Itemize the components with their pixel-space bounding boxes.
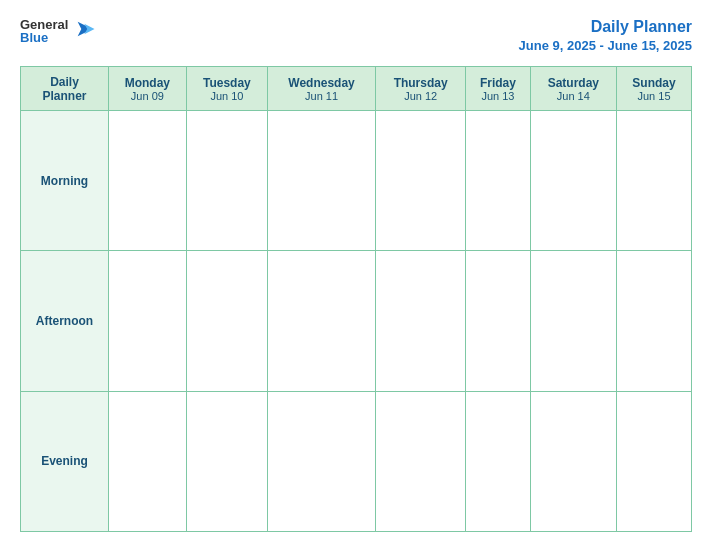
afternoon-tuesday[interactable] [186,251,267,391]
afternoon-thursday[interactable] [376,251,466,391]
morning-sunday[interactable] [617,111,692,251]
col-header-daily-planner: Daily Planner [21,67,109,111]
evening-wednesday[interactable] [268,391,376,531]
logo: General Blue [20,18,96,44]
col-header-thursday: Thursday Jun 12 [376,67,466,111]
evening-row: Evening [21,391,692,531]
morning-tuesday[interactable] [186,111,267,251]
evening-label: Evening [21,391,109,531]
col-header-wednesday: Wednesday Jun 11 [268,67,376,111]
afternoon-row: Afternoon [21,251,692,391]
evening-monday[interactable] [109,391,187,531]
evening-friday[interactable] [466,391,530,531]
morning-wednesday[interactable] [268,111,376,251]
afternoon-label: Afternoon [21,251,109,391]
page-header: General Blue Daily Planner June 9, 2025 … [20,18,692,54]
morning-monday[interactable] [109,111,187,251]
afternoon-wednesday[interactable] [268,251,376,391]
morning-label: Morning [21,111,109,251]
page-title: Daily Planner [591,18,692,35]
morning-friday[interactable] [466,111,530,251]
morning-thursday[interactable] [376,111,466,251]
header-row: Daily Planner Monday Jun 09 Tuesday Jun … [21,67,692,111]
col-header-sunday: Sunday Jun 15 [617,67,692,111]
evening-tuesday[interactable] [186,391,267,531]
afternoon-saturday[interactable] [530,251,616,391]
afternoon-monday[interactable] [109,251,187,391]
evening-thursday[interactable] [376,391,466,531]
col-header-friday: Friday Jun 13 [466,67,530,111]
date-range: June 9, 2025 - June 15, 2025 [519,38,692,53]
evening-sunday[interactable] [617,391,692,531]
col-header-saturday: Saturday Jun 14 [530,67,616,111]
logo-blue: Blue [20,31,68,44]
col-header-tuesday: Tuesday Jun 10 [186,67,267,111]
afternoon-friday[interactable] [466,251,530,391]
evening-saturday[interactable] [530,391,616,531]
planner-table: Daily Planner Monday Jun 09 Tuesday Jun … [20,66,692,532]
logo-icon [74,18,96,40]
morning-saturday[interactable] [530,111,616,251]
afternoon-sunday[interactable] [617,251,692,391]
title-area: Daily Planner June 9, 2025 - June 15, 20… [519,18,692,54]
morning-row: Morning [21,111,692,251]
col-header-monday: Monday Jun 09 [109,67,187,111]
